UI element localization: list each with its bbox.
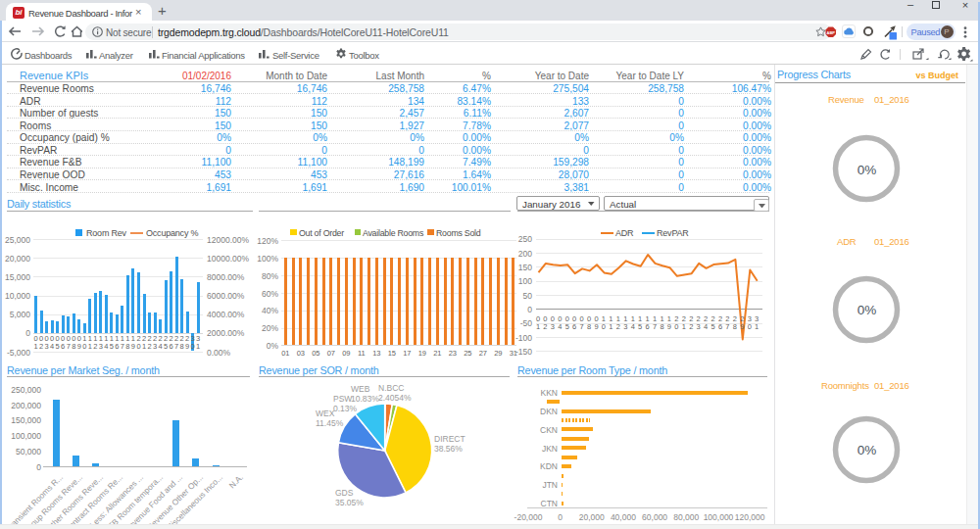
svg-text:ABP: ABP bbox=[827, 29, 836, 34]
